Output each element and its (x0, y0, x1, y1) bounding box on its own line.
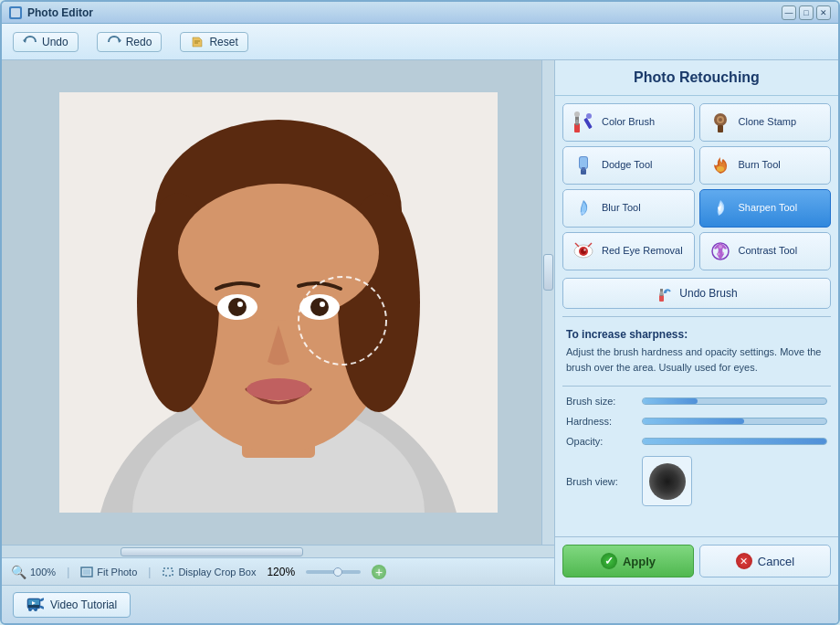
red-eye-label: Red Eye Removal (602, 245, 683, 257)
svg-point-18 (237, 302, 243, 307)
undo-brush-button[interactable]: Undo Brush (562, 278, 831, 309)
undo-brush-icon (656, 284, 674, 302)
burn-tool[interactable]: Burn Tool (699, 146, 832, 185)
dodge-tool[interactable]: Dodge Tool (562, 146, 695, 185)
info-text: Adjust the brush hardness and opacity se… (566, 344, 827, 375)
brush-size-slider[interactable] (642, 397, 827, 405)
right-panel: Photo Retouching Color Bru (555, 60, 838, 585)
fit-photo-btn[interactable]: Fit Photo (80, 567, 137, 577)
horizontal-scrollbar[interactable] (2, 545, 554, 557)
svg-rect-29 (583, 118, 592, 129)
sharpen-label: Sharpen Tool (739, 202, 798, 214)
svg-point-34 (719, 118, 722, 122)
svg-point-13 (178, 184, 379, 321)
x-icon: ✕ (736, 553, 752, 569)
blur-tool[interactable]: Blur Tool (562, 189, 695, 228)
undo-label: Undo (42, 36, 68, 48)
panel-footer: ✓ Apply ✕ Cancel (555, 536, 838, 585)
brush-view-row: Brush view: (566, 456, 827, 506)
photo-footer: 🔍 100% | Fit Photo | Display Crop (2, 557, 554, 585)
undo-brush-label: Undo Brush (679, 287, 737, 300)
minimize-button[interactable]: — (782, 5, 796, 20)
svg-rect-58 (40, 605, 44, 609)
svg-rect-59 (40, 598, 44, 601)
zoom-level-2: 120% (267, 566, 295, 578)
svg-point-30 (586, 113, 592, 119)
burn-icon (708, 153, 733, 178)
titlebar: Photo Editor — □ ✕ (2, 2, 838, 24)
contrast-icon (708, 238, 733, 264)
opacity-row: Opacity: (566, 436, 827, 447)
svg-line-46 (588, 243, 592, 247)
vertical-scrollbar[interactable] (541, 60, 554, 545)
divider-2 (562, 386, 831, 387)
svg-rect-56 (28, 605, 39, 608)
divider-1 (562, 316, 831, 317)
brush-size-row: Brush size: (566, 396, 827, 407)
maximize-button[interactable]: □ (799, 5, 814, 20)
settings-box: Brush size: Hardness: Opacity: (555, 390, 838, 536)
brush-circle (649, 463, 686, 500)
hardness-row: Hardness: (566, 416, 827, 427)
zoom-handle[interactable] (333, 567, 342, 577)
svg-rect-23 (83, 569, 90, 575)
check-icon: ✓ (601, 553, 617, 569)
svg-rect-62 (30, 608, 36, 609)
redo-label: Redo (126, 36, 152, 48)
zoom-in-button[interactable]: + (372, 565, 386, 579)
sharpen-tool[interactable]: Sharpen Tool (699, 189, 832, 228)
app-icon (9, 6, 22, 19)
svg-point-17 (310, 298, 329, 316)
svg-rect-0 (11, 8, 20, 17)
cancel-button[interactable]: ✕ Cancel (699, 545, 831, 577)
svg-point-19 (320, 302, 325, 307)
video-tutorial-button[interactable]: Video Tutorial (13, 592, 131, 618)
apply-button[interactable]: ✓ Apply (562, 545, 694, 577)
photo-scroll[interactable] (2, 60, 554, 545)
svg-point-28 (574, 111, 580, 117)
svg-point-44 (583, 249, 585, 250)
crop-label: Display Crop Box (178, 567, 256, 577)
svg-point-39 (581, 212, 585, 215)
svg-line-45 (575, 243, 579, 247)
video-icon (26, 598, 45, 612)
svg-rect-36 (580, 157, 587, 168)
fit-label: Fit Photo (97, 567, 137, 577)
zoom-slider[interactable] (306, 570, 361, 574)
brush-size-label: Brush size: (566, 396, 635, 407)
hardness-slider[interactable] (642, 418, 827, 425)
scrollbar-thumb-h[interactable] (121, 547, 303, 556)
panel-title: Photo Retouching (555, 60, 838, 96)
svg-point-48 (719, 245, 722, 249)
red-eye-icon (571, 238, 596, 264)
svg-point-16 (228, 298, 247, 316)
apply-label: Apply (623, 555, 656, 568)
crop-icon (162, 567, 174, 577)
color-brush-label: Color Brush (602, 116, 655, 128)
reset-button[interactable]: Reset (180, 32, 247, 52)
color-brush-tool[interactable]: Color Brush (562, 103, 695, 142)
window-controls: — □ ✕ (782, 5, 831, 20)
opacity-label: Opacity: (566, 436, 635, 447)
redo-button[interactable]: Redo (97, 32, 163, 52)
undo-button[interactable]: Undo (13, 32, 79, 52)
clone-stamp-tool[interactable]: Clone Stamp (699, 103, 832, 142)
opacity-slider[interactable] (642, 438, 827, 445)
brush-view-label: Brush view: (566, 476, 635, 487)
close-button[interactable]: ✕ (816, 5, 831, 20)
contrast-tool[interactable]: Contrast Tool (699, 232, 832, 270)
color-brush-icon (571, 110, 596, 135)
toolbar: Undo Redo Reset (2, 24, 838, 60)
clone-stamp-label: Clone Stamp (739, 116, 797, 128)
main-content: 🔍 100% | Fit Photo | Display Crop (2, 60, 838, 585)
cancel-label: Cancel (758, 555, 794, 568)
crop-box-btn[interactable]: Display Crop Box (162, 567, 256, 577)
photo-image (59, 92, 498, 513)
svg-point-49 (717, 253, 719, 256)
reset-label: Reset (209, 36, 237, 48)
info-box: To increase sharpness: Adjust the brush … (555, 321, 838, 382)
red-eye-tool[interactable]: Red Eye Removal (562, 232, 695, 270)
burn-label: Burn Tool (739, 159, 781, 171)
scrollbar-thumb-v[interactable] (543, 254, 553, 291)
contrast-label: Contrast Tool (739, 245, 798, 257)
